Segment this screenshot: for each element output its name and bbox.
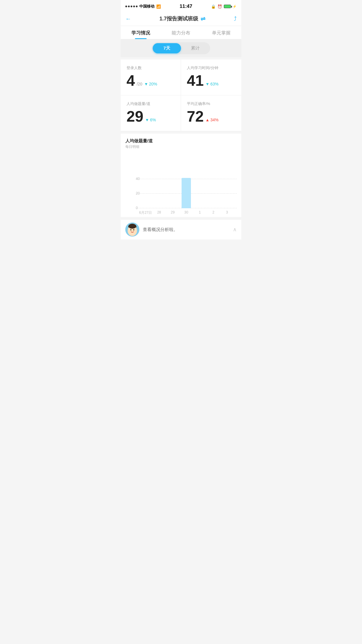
time-display: 11:47	[180, 4, 192, 9]
charge-icon: ⚡	[233, 5, 237, 8]
bars-container	[136, 153, 237, 208]
back-button[interactable]: ←	[125, 15, 131, 22]
stat-accuracy-change: ▲ 34%	[205, 118, 219, 122]
avatar-svg	[125, 223, 139, 237]
status-right: 🔒 ⏰ ⚡	[211, 4, 237, 9]
stat-accuracy-main: 72 ▲ 34%	[187, 109, 236, 124]
stat-questions-change: ▼ 6%	[145, 118, 156, 122]
stat-study-change-value: 63%	[210, 82, 219, 86]
status-bar: 中国移动 📶 11:47 🔒 ⏰ ⚡	[121, 0, 241, 12]
lock-icon: 🔒	[211, 4, 216, 9]
stat-study-time: 人均学习时间/分钟 41 ▼ 63%	[181, 60, 241, 95]
period-toggle-group: 7天 累计	[152, 42, 210, 54]
stat-login-change-value: 20%	[149, 82, 157, 86]
stat-accuracy-change-value: 34%	[210, 118, 219, 122]
arrow-down-icon-3: ▼	[145, 118, 149, 122]
battery-icon	[224, 5, 231, 8]
wifi-icon: 📶	[156, 4, 161, 9]
status-left: 中国移动 📶	[125, 4, 161, 9]
x-label-3: 30	[180, 210, 193, 215]
header: ← 1.7报告测试班级 ⇌ ⤴	[121, 12, 241, 26]
stat-questions-change-value: 6%	[150, 118, 156, 122]
toggle-7days[interactable]: 7天	[153, 43, 181, 53]
stat-login-count: 登录人数 4 /20 ▼ 20%	[121, 60, 181, 95]
stat-accuracy-number: 72	[187, 109, 204, 124]
stat-accuracy-label: 平均正确率/%	[187, 101, 236, 106]
x-label-4: 1	[193, 210, 207, 215]
x-label-1: 28	[152, 210, 166, 215]
header-title-group: 1.7报告测试班级 ⇌	[159, 15, 205, 22]
x-label-5: 2	[207, 210, 220, 215]
x-label-0: 6月27日	[139, 210, 152, 215]
alarm-icon: ⏰	[217, 4, 222, 9]
share-button[interactable]: ⤴	[234, 15, 237, 22]
chevron-up-icon[interactable]: ∧	[233, 226, 237, 233]
stat-questions-label: 人均做题量/道	[126, 101, 175, 106]
chat-bar: 查看概况分析啦。 ∧	[121, 219, 241, 239]
chat-message: 查看概况分析啦。	[143, 227, 229, 232]
svg-point-5	[130, 229, 131, 230]
stat-questions-main: 29 ▼ 6%	[126, 109, 175, 124]
svg-point-6	[133, 229, 134, 230]
stat-accuracy: 平均正确率/% 72 ▲ 34%	[181, 95, 241, 131]
period-toggle-bar: 7天 累计	[121, 39, 241, 57]
signal-icon	[125, 6, 138, 7]
carrier-label: 中国移动	[139, 4, 154, 9]
x-label-2: 29	[166, 210, 180, 215]
chart-area: 40 20 0 6月27日282930123	[125, 153, 237, 217]
stat-study-main: 41 ▼ 63%	[187, 73, 236, 88]
stat-study-change: ▼ 63%	[205, 82, 219, 86]
page-title: 1.7报告测试班级	[159, 15, 198, 22]
stat-login-number: 4	[126, 73, 135, 88]
stat-login-change: ▼ 20%	[144, 82, 157, 86]
stat-login-sub: /20	[137, 82, 142, 86]
stat-study-label: 人均学习时间/分钟	[187, 65, 236, 71]
tab-bar: 学习情况 能力分布 单元掌握	[121, 26, 241, 39]
shuffle-button[interactable]: ⇌	[201, 15, 205, 22]
avatar	[125, 223, 139, 237]
stat-login-label: 登录人数	[126, 65, 175, 71]
chart-section: 人均做题量/道 每日明细 40 20 0 6月27日282930123	[121, 134, 241, 217]
stat-questions-number: 29	[126, 109, 143, 124]
x-label-6: 3	[220, 210, 234, 215]
tab-learning[interactable]: 学习情况	[121, 26, 161, 39]
stat-login-main: 4 /20 ▼ 20%	[126, 73, 175, 88]
stat-study-number: 41	[187, 73, 204, 88]
stat-questions: 人均做题量/道 29 ▼ 6%	[121, 95, 181, 131]
bar-3	[182, 178, 191, 208]
arrow-up-icon: ▲	[205, 118, 210, 122]
arrow-down-icon-2: ▼	[205, 82, 210, 86]
chart-title: 人均做题量/道	[125, 138, 237, 144]
svg-point-4	[129, 224, 136, 229]
bar-wrapper-3	[180, 178, 193, 208]
tab-unit[interactable]: 单元掌握	[201, 26, 241, 39]
tab-ability[interactable]: 能力分布	[161, 26, 201, 39]
arrow-down-icon: ▼	[144, 82, 148, 86]
stats-grid: 登录人数 4 /20 ▼ 20% 人均学习时间/分钟 41 ▼ 63% 人均做题…	[121, 60, 241, 131]
x-labels: 6月27日282930123	[136, 210, 237, 215]
toggle-cumulative[interactable]: 累计	[181, 43, 209, 53]
chart-subtitle: 每日明细	[125, 144, 237, 149]
